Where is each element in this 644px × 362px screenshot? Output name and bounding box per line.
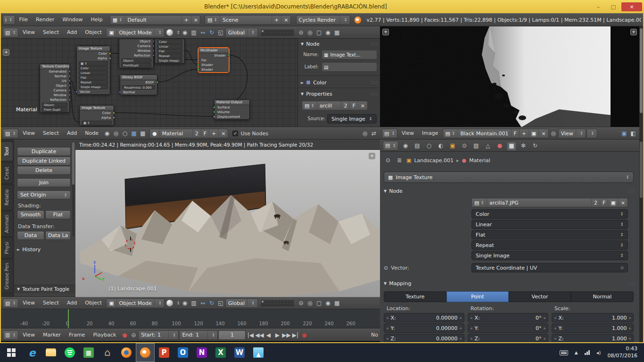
history-panel-header[interactable]: ►History	[14, 245, 71, 254]
tab-render-icon[interactable]: ◉	[401, 141, 410, 150]
viewport-shading-icon[interactable]	[166, 29, 173, 36]
snap-magnet-icon[interactable]: ◎	[306, 299, 314, 307]
users-count-button[interactable]: 2	[341, 101, 349, 110]
menu-object[interactable]: Object	[81, 27, 106, 38]
menu-add[interactable]: Add	[63, 27, 81, 38]
expand-area-icon[interactable]: +	[630, 29, 637, 35]
taskbar-spotify[interactable]	[60, 343, 79, 362]
tab-scene-icon[interactable]: ○	[424, 141, 434, 150]
pin-icon[interactable]: ⊙	[384, 156, 392, 165]
node-input-shader1[interactable]: Shader	[198, 63, 229, 67]
duplicate-linked-button[interactable]: Duplicate Linked	[17, 156, 71, 165]
play-icon[interactable]: ▶	[273, 331, 281, 339]
taskbar-photos[interactable]: ▲	[249, 343, 268, 362]
flat-button[interactable]: Flat	[45, 210, 71, 219]
editor-type-button[interactable]: ▤↕	[383, 141, 398, 150]
play-reverse-icon[interactable]: ◀	[264, 331, 272, 339]
socket[interactable]	[75, 90, 78, 93]
taskbar-blender[interactable]	[136, 343, 155, 362]
socket[interactable]	[68, 84, 71, 87]
socket[interactable]	[213, 111, 215, 113]
window-titlebar[interactable]: Blender* [C:\Users\david\Documents\Blend…	[0, 0, 644, 13]
socket[interactable]	[68, 70, 71, 73]
object-field[interactable]: Object:	[121, 58, 151, 63]
users-count-button[interactable]: 2	[591, 198, 600, 207]
menu-window[interactable]: Window	[58, 14, 86, 25]
snap-icon[interactable]: ◎	[361, 129, 369, 138]
display-mode-name[interactable]: View	[559, 129, 576, 138]
socket[interactable]	[109, 52, 111, 55]
tool-shelf-scrollbar[interactable]	[72, 142, 74, 237]
render-engine-select[interactable]: Cycles Render ↕	[296, 15, 350, 25]
start-frame-field[interactable]: Start:1 ↕	[138, 330, 179, 340]
node-image-texture-2[interactable]: Color Linear Flat Repeat Single Image	[155, 39, 185, 64]
use-nodes-checkbox[interactable]: ✓	[232, 131, 238, 136]
node-output-bsdf[interactable]: BSDF	[120, 80, 157, 85]
join-button[interactable]: Join	[17, 178, 71, 187]
taskbar-powerpoint[interactable]: P	[155, 343, 173, 362]
menu-view[interactable]: View	[19, 128, 39, 139]
tab-particles-icon[interactable]: ✻	[519, 141, 528, 150]
node-label-field[interactable]: ▤	[322, 62, 377, 72]
node-texture-coordinate-2[interactable]: Object Camera Window Reflection Object: …	[119, 39, 154, 68]
node-output-color[interactable]: Color	[77, 51, 110, 56]
next-keyframe-icon[interactable]: ▶▶	[282, 331, 290, 339]
manipulator-scale-icon[interactable]: ◱	[216, 299, 225, 307]
screen-layout-name[interactable]: Default	[125, 16, 182, 24]
editor-type-button[interactable]: i↕	[3, 15, 15, 25]
shader-type-object-icon[interactable]: ◉	[103, 129, 111, 138]
tab-create[interactable]: Creat	[1, 162, 13, 184]
taskbar-firefox[interactable]	[117, 343, 136, 362]
scene-browse-icon[interactable]: ▤↕	[205, 16, 220, 24]
scene-name[interactable]: Scene	[220, 16, 272, 24]
duplicate-button[interactable]: Duplicate	[17, 147, 71, 156]
lock-icon[interactable]: ⊝	[129, 331, 138, 339]
mapping-point-button[interactable]: Point	[446, 291, 509, 302]
orientation-select[interactable]: Global ↕	[225, 298, 258, 308]
image-name[interactable]: Black Montain.001	[457, 129, 511, 138]
screen-layout-widget[interactable]: ▦↕ Default + ×	[110, 15, 200, 25]
vector-input-field[interactable]: Texture Coordinate | UV⊙	[471, 263, 628, 272]
color-space-field[interactable]: Color	[79, 66, 108, 70]
engine-name[interactable]: Cycles Render	[297, 16, 340, 24]
taskbar-word[interactable]: W	[230, 343, 249, 362]
delete-screen-button[interactable]: ×	[191, 16, 200, 24]
background-icon[interactable]: ⇄	[370, 129, 378, 138]
rotation-y-field[interactable]: ◂Y:0°▸	[468, 323, 548, 333]
socket[interactable]	[156, 81, 158, 83]
node-panel-header[interactable]: ▼Node::::	[298, 40, 380, 48]
projection-select[interactable]: Flat↕	[471, 230, 628, 239]
taskbar-home-app[interactable]: ⌂	[98, 343, 117, 362]
menu-view[interactable]: View	[19, 329, 39, 341]
menu-select[interactable]: Select	[39, 297, 63, 309]
image-datablock-widget[interactable]: ▤↕ arcill 2 F ×	[302, 101, 368, 110]
socket[interactable]	[109, 57, 111, 59]
stepper-icon[interactable]: ↕	[168, 331, 179, 339]
object-field[interactable]: Object:	[42, 103, 67, 107]
image-name[interactable]: arcilla7.JPG	[487, 198, 591, 207]
data-button[interactable]: Data	[17, 231, 44, 240]
editor-type-button[interactable]: ▨↕	[3, 129, 18, 138]
delete-button[interactable]: Delete	[17, 166, 71, 175]
color-panel-header[interactable]: ►Color::::	[298, 78, 380, 87]
mask-mode-icon[interactable]: ◧	[629, 129, 637, 138]
tab-world-icon[interactable]: ◐	[436, 141, 446, 150]
start-button[interactable]	[0, 343, 23, 362]
volume-icon[interactable]: ◂)	[596, 350, 601, 356]
smooth-button[interactable]: Smooth	[17, 210, 44, 219]
menu-playback[interactable]: Playback	[89, 329, 120, 341]
taskbar-onenote[interactable]: N	[192, 343, 211, 362]
socket[interactable]	[68, 80, 71, 82]
scale-x-field[interactable]: ◂X:1.000▸	[552, 313, 634, 322]
taskbar-clock[interactable]: 0:43 08/07/2016	[608, 346, 637, 360]
users-count-button[interactable]: 2	[192, 129, 201, 138]
node-panel-header[interactable]: ▼Node::::	[381, 187, 638, 195]
snap-element-icon[interactable]: ▢	[315, 299, 323, 307]
socket[interactable]	[228, 54, 230, 57]
jump-to-start-icon[interactable]: |◀	[246, 331, 255, 339]
socket[interactable]	[197, 59, 199, 61]
interpolation-field[interactable]: Linear	[79, 71, 108, 75]
menu-node[interactable]: Node	[81, 128, 102, 139]
tab-object-data-icon[interactable]: △	[483, 141, 493, 150]
pivot-icon[interactable]: ◉	[181, 299, 189, 307]
